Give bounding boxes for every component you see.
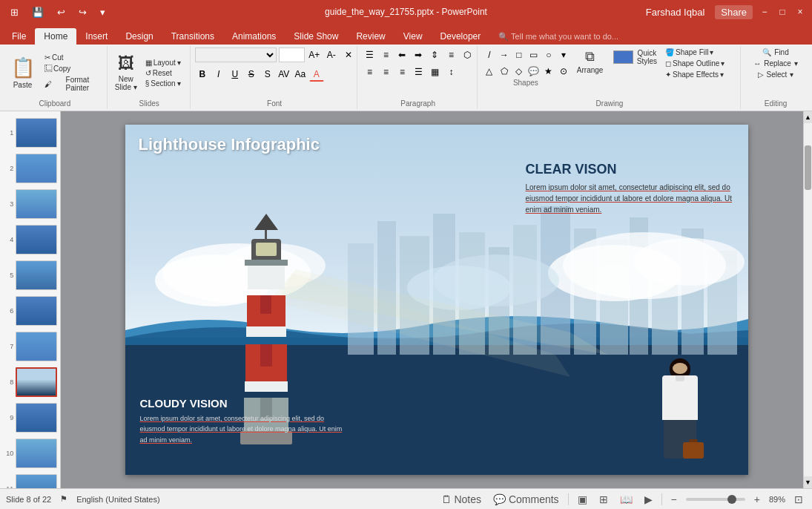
zoom-out-btn[interactable]: − bbox=[668, 492, 680, 507]
minimize-btn[interactable]: − bbox=[759, 6, 770, 18]
comments-button[interactable]: 💬 Comments bbox=[490, 492, 562, 507]
notes-button[interactable]: 🗒 Notes bbox=[438, 492, 484, 507]
tab-animations[interactable]: Animations bbox=[223, 28, 285, 45]
tab-design[interactable]: Design bbox=[116, 28, 162, 45]
slide-thumb-3[interactable] bbox=[16, 189, 57, 219]
justify-btn[interactable]: ☰ bbox=[411, 65, 426, 79]
shape-rect[interactable]: □ bbox=[512, 47, 527, 62]
save-quick-btn[interactable]: 💾 bbox=[27, 5, 48, 19]
slide-thumb-1[interactable] bbox=[16, 118, 57, 148]
shape-rect2[interactable]: ▭ bbox=[527, 47, 541, 62]
slide-sorter-btn[interactable]: ⊞ bbox=[596, 492, 611, 507]
tab-slideshow[interactable]: Slide Show bbox=[285, 28, 347, 45]
slide-thumb-4[interactable] bbox=[16, 225, 57, 254]
font-family-select[interactable] bbox=[195, 47, 277, 62]
shape-star[interactable]: ★ bbox=[541, 64, 556, 79]
maximize-btn[interactable]: □ bbox=[776, 6, 788, 18]
shape-line[interactable]: / bbox=[482, 47, 497, 62]
indent-less-btn[interactable]: ⬅ bbox=[395, 47, 409, 62]
find-button[interactable]: 🔍 Find bbox=[760, 47, 790, 57]
line-spacing-btn[interactable]: ↕ bbox=[443, 65, 458, 79]
slideshow-btn[interactable]: ▶ bbox=[641, 492, 656, 507]
bold-btn[interactable]: B bbox=[195, 67, 210, 82]
cut-button[interactable]: ✂ Cut bbox=[42, 53, 104, 62]
strikethrough-btn[interactable]: S bbox=[244, 67, 259, 82]
font-size-input[interactable]: 14 bbox=[279, 47, 305, 62]
shape-scroll[interactable]: ⊙ bbox=[556, 64, 571, 79]
tab-review[interactable]: Review bbox=[347, 28, 394, 45]
undo-btn[interactable]: ↩ bbox=[53, 5, 70, 19]
tab-developer[interactable]: Developer bbox=[432, 28, 490, 45]
shadow-btn[interactable]: S bbox=[260, 67, 275, 82]
bullets-btn[interactable]: ☰ bbox=[362, 47, 377, 62]
change-case-btn[interactable]: Aa bbox=[293, 67, 308, 82]
align-text-btn[interactable]: ≡ bbox=[443, 47, 458, 62]
fit-slide-btn[interactable]: ⊡ bbox=[791, 492, 806, 507]
slide-thumb-11[interactable] bbox=[16, 474, 57, 488]
account-btn[interactable]: Farshad Iqbal bbox=[641, 5, 710, 19]
slide-thumb-8[interactable] bbox=[16, 367, 57, 397]
align-right-btn[interactable]: ≡ bbox=[395, 65, 409, 79]
tab-insert[interactable]: Insert bbox=[76, 28, 116, 45]
scroll-thumb[interactable] bbox=[805, 145, 811, 190]
italic-btn[interactable]: I bbox=[211, 67, 226, 82]
convert-smartart-btn[interactable]: ⬡ bbox=[460, 47, 475, 62]
shape-outline-button[interactable]: ◻ Shape Outline ▾ bbox=[663, 59, 737, 68]
slide-thumb-5[interactable] bbox=[16, 260, 57, 290]
char-spacing-btn[interactable]: AV bbox=[277, 67, 291, 82]
select-button[interactable]: ▷ Select ▾ bbox=[756, 70, 796, 79]
font-color-btn[interactable]: A bbox=[309, 67, 324, 82]
indent-more-btn[interactable]: ➡ bbox=[411, 47, 426, 62]
shape-callout[interactable]: 💬 bbox=[527, 64, 541, 79]
format-painter-button[interactable]: 🖌 Format Painter bbox=[42, 75, 104, 93]
copy-button[interactable]: ⿺ Copy bbox=[42, 64, 104, 73]
text-direction-btn[interactable]: ⇕ bbox=[427, 47, 442, 62]
slide-thumb-7[interactable] bbox=[16, 332, 57, 361]
shape-circle[interactable]: ○ bbox=[541, 47, 556, 62]
slide-thumb-9[interactable] bbox=[16, 403, 57, 433]
clear-format-btn[interactable]: ✕ bbox=[341, 47, 356, 62]
zoom-in-btn[interactable]: + bbox=[751, 492, 763, 507]
slide-thumb-2[interactable] bbox=[16, 154, 57, 183]
zoom-thumb[interactable] bbox=[727, 495, 736, 504]
normal-view-btn[interactable]: ▣ bbox=[575, 492, 590, 507]
shape-fill-button[interactable]: 🪣 Shape Fill ▾ bbox=[663, 47, 737, 57]
reading-view-btn[interactable]: 📖 bbox=[617, 492, 636, 507]
align-left-btn[interactable]: ≡ bbox=[362, 65, 377, 79]
shape-tri[interactable]: △ bbox=[482, 64, 497, 79]
replace-button[interactable]: ↔ Replace ▾ bbox=[751, 59, 800, 68]
quick-styles-button[interactable]: Quick Styles bbox=[610, 47, 660, 67]
slide-canvas[interactable]: Lighthouse Infographic CLEAR VISON Lorem… bbox=[125, 125, 748, 475]
underline-btn[interactable]: U bbox=[228, 67, 242, 82]
slide-panel[interactable]: 1 2 3 4 5 6 7 8 bbox=[0, 111, 61, 488]
scroll-up-btn[interactable]: ▲ bbox=[804, 111, 812, 123]
tab-file[interactable]: File bbox=[3, 28, 35, 45]
tab-transitions[interactable]: Transitions bbox=[162, 28, 223, 45]
shape-arrow[interactable]: → bbox=[497, 47, 512, 62]
new-slide-button[interactable]: 🖼 NewSlide ▾ bbox=[112, 53, 140, 93]
columns-btn[interactable]: ▦ bbox=[427, 65, 442, 79]
shape-pentagon[interactable]: ⬠ bbox=[497, 64, 512, 79]
tab-view[interactable]: View bbox=[395, 28, 432, 45]
align-center-btn[interactable]: ≡ bbox=[378, 65, 393, 79]
numbering-btn[interactable]: ≡ bbox=[378, 47, 393, 62]
arrange-button[interactable]: ⧉ Arrange bbox=[572, 47, 608, 76]
reset-button[interactable]: ↺ Reset bbox=[143, 68, 183, 78]
zoom-slider[interactable] bbox=[686, 498, 745, 501]
slide-thumb-10[interactable] bbox=[16, 439, 57, 468]
close-btn[interactable]: × bbox=[794, 6, 806, 18]
share-btn[interactable]: Share bbox=[715, 5, 753, 19]
shape-effects-button[interactable]: ✦ Shape Effects ▾ bbox=[663, 70, 737, 79]
section-button[interactable]: § Section ▾ bbox=[143, 79, 183, 88]
shape-diamond[interactable]: ◇ bbox=[512, 64, 527, 79]
app-icon[interactable]: ⊞ bbox=[6, 5, 23, 19]
scroll-down-btn[interactable]: ▼ bbox=[804, 476, 812, 488]
tab-home[interactable]: Home bbox=[35, 28, 76, 45]
tab-tell-me[interactable]: 🔍 Tell me what you want to do... bbox=[489, 29, 627, 45]
redo-btn[interactable]: ↪ bbox=[74, 5, 91, 19]
customize-btn[interactable]: ▾ bbox=[96, 5, 110, 19]
increase-font-btn[interactable]: A+ bbox=[307, 47, 322, 62]
paste-button[interactable]: 📋 Paste bbox=[6, 55, 39, 91]
decrease-font-btn[interactable]: A- bbox=[324, 47, 339, 62]
slide-thumb-6[interactable] bbox=[16, 296, 57, 326]
